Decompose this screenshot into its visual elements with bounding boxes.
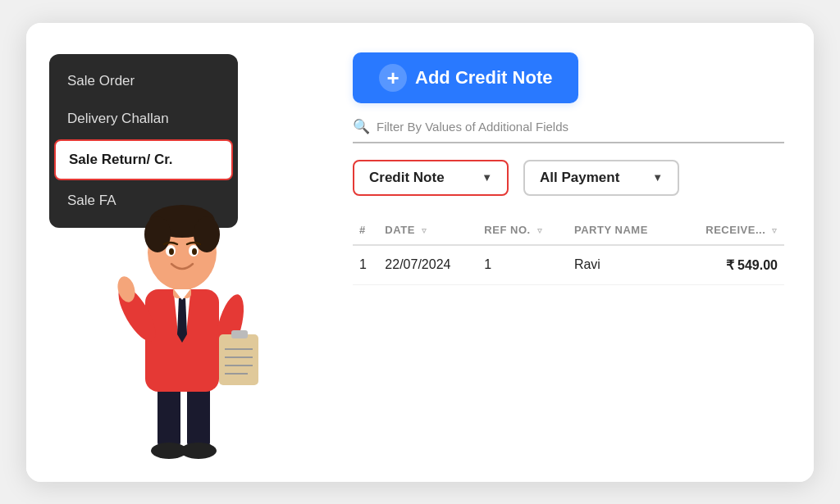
character-illustration — [92, 162, 272, 482]
cell-ref-no: 1 — [477, 245, 568, 285]
type-dropdown[interactable]: Credit Note ▼ — [353, 160, 509, 196]
payment-dropdown[interactable]: All Payment ▼ — [523, 160, 679, 196]
left-panel: Sale Order Delivery Challan Sale Return/… — [26, 23, 330, 482]
svg-point-24 — [192, 248, 197, 255]
right-panel: + Add Credit Note 🔍 Filter By Values of … — [330, 23, 814, 482]
filter-icon[interactable]: ▿ — [537, 225, 543, 235]
table-header-row: # DATE ▿ REF NO. ▿ PARTY NAME — [353, 216, 784, 245]
col-ref-no: REF NO. ▿ — [477, 216, 568, 245]
cell-num: 1 — [353, 245, 378, 285]
svg-point-19 — [144, 216, 171, 252]
table-area: # DATE ▿ REF NO. ▿ PARTY NAME — [353, 216, 784, 459]
col-date: DATE ▿ — [378, 216, 477, 245]
svg-point-3 — [180, 443, 217, 459]
svg-rect-10 — [219, 334, 258, 385]
col-received: RECEIVE... ▿ — [677, 216, 784, 245]
col-party-name: PARTY NAME — [568, 216, 677, 245]
plus-icon: + — [379, 64, 407, 92]
filter-bar[interactable]: 🔍 Filter By Values of Additional Fields — [353, 118, 784, 143]
svg-rect-11 — [231, 330, 248, 338]
dropdown-row: Credit Note ▼ All Payment ▼ — [353, 160, 784, 196]
col-num: # — [353, 216, 378, 245]
cell-date: 22/07/2024 — [378, 245, 477, 285]
cell-party-name: Ravi — [568, 245, 677, 285]
svg-rect-1 — [187, 384, 210, 449]
search-icon: 🔍 — [353, 118, 370, 135]
sidebar-item-sale-order[interactable]: Sale Order — [49, 62, 238, 100]
filter-icon[interactable]: ▿ — [772, 225, 778, 235]
svg-marker-7 — [177, 297, 187, 343]
svg-point-20 — [194, 216, 220, 252]
main-card: Sale Order Delivery Challan Sale Return/… — [26, 23, 814, 482]
table-row[interactable]: 1 22/07/2024 1 Ravi ₹ 549.00 — [353, 245, 784, 285]
svg-rect-0 — [158, 384, 180, 449]
sidebar-item-delivery-challan[interactable]: Delivery Challan — [49, 100, 238, 138]
chevron-down-icon: ▼ — [652, 171, 663, 184]
chevron-down-icon: ▼ — [482, 171, 492, 184]
add-credit-note-button[interactable]: + Add Credit Note — [353, 52, 578, 103]
svg-point-23 — [169, 248, 174, 255]
filter-icon[interactable]: ▿ — [422, 225, 427, 235]
records-table: # DATE ▿ REF NO. ▿ PARTY NAME — [353, 216, 784, 285]
cell-received: ₹ 549.00 — [677, 245, 784, 285]
